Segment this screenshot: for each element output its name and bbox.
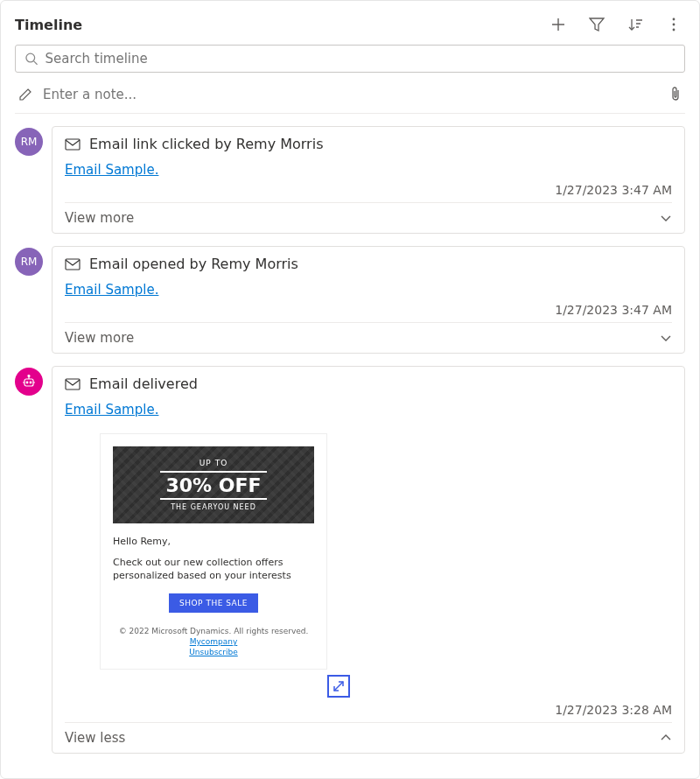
svg-point-18 <box>30 382 32 383</box>
header-actions <box>547 13 685 36</box>
avatar <box>15 368 43 396</box>
page-title: Timeline <box>15 17 82 33</box>
sort-icon <box>627 17 643 32</box>
bot-icon <box>21 374 37 390</box>
chevron-down-icon <box>660 212 672 224</box>
card-title: Email delivered <box>89 375 198 392</box>
timestamp: 1/27/2023 3:47 AM <box>65 183 672 197</box>
email-body: Check out our new collection offers pers… <box>113 556 314 583</box>
svg-line-22 <box>334 682 343 691</box>
filter-icon <box>589 17 605 32</box>
email-copyright: © 2022 Microsoft Dynamics. All rights re… <box>113 627 314 635</box>
plus-icon <box>550 17 566 32</box>
timeline-card: Email delivered Email Sample. UP TO 30% … <box>52 366 685 754</box>
svg-rect-14 <box>24 379 33 386</box>
svg-point-17 <box>26 382 28 383</box>
footer-label: View less <box>65 730 125 746</box>
svg-rect-21 <box>66 379 80 390</box>
sort-button[interactable] <box>624 13 647 36</box>
view-more-toggle[interactable]: View more <box>65 202 672 233</box>
note-row <box>15 85 685 114</box>
timestamp: 1/27/2023 3:28 AM <box>65 703 672 717</box>
banner-bot: THE GEARYOU NEED <box>120 503 307 511</box>
svg-point-16 <box>28 375 30 377</box>
more-vertical-icon <box>666 17 682 32</box>
svg-point-8 <box>673 24 676 26</box>
timeline-entries: RM Email link clicked by Remy Morris Ema… <box>15 126 685 754</box>
svg-marker-2 <box>590 18 604 31</box>
timeline-card: Email link clicked by Remy Morris Email … <box>52 126 685 234</box>
svg-point-10 <box>26 53 35 62</box>
email-sample-link[interactable]: Email Sample. <box>65 162 158 178</box>
banner-mid: 30% OFF <box>160 471 266 500</box>
timeline-entry: RM Email link clicked by Remy Morris Ema… <box>15 126 685 234</box>
more-button[interactable] <box>662 13 685 36</box>
timeline-entry: Email delivered Email Sample. UP TO 30% … <box>15 366 685 754</box>
timestamp: 1/27/2023 3:47 AM <box>65 303 672 317</box>
expand-preview-button[interactable] <box>327 675 350 698</box>
filter-button[interactable] <box>585 13 608 36</box>
svg-line-11 <box>34 61 38 65</box>
footer-label: View more <box>65 330 134 346</box>
email-icon <box>65 258 80 270</box>
email-cta-button[interactable]: SHOP THE SALE <box>169 593 258 613</box>
note-input[interactable] <box>43 87 659 102</box>
email-icon <box>65 138 80 151</box>
email-icon <box>65 378 80 390</box>
email-preview: UP TO 30% OFF THE GEARYOU NEED Hello Rem… <box>100 433 327 670</box>
avatar: RM <box>15 248 43 276</box>
email-greeting: Hello Remy, <box>113 536 314 547</box>
card-title: Email opened by Remy Morris <box>89 256 298 272</box>
email-unsubscribe-link[interactable]: Unsubscribe <box>113 648 314 656</box>
view-more-toggle[interactable]: View more <box>65 322 672 353</box>
card-title: Email link clicked by Remy Morris <box>89 136 323 152</box>
email-banner: UP TO 30% OFF THE GEARYOU NEED <box>113 446 314 523</box>
attachment-icon[interactable] <box>669 87 682 102</box>
chevron-down-icon <box>660 332 672 344</box>
pencil-icon <box>18 88 32 102</box>
avatar: RM <box>15 128 43 156</box>
search-input[interactable] <box>46 51 676 67</box>
email-sample-link[interactable]: Email Sample. <box>65 282 158 298</box>
svg-point-9 <box>673 29 676 32</box>
svg-point-7 <box>673 18 676 21</box>
footer-label: View more <box>65 210 134 226</box>
email-company-link[interactable]: Mycompany <box>113 637 314 646</box>
search-icon <box>24 52 38 66</box>
expand-icon <box>332 679 346 693</box>
search-box[interactable] <box>15 45 685 73</box>
timeline-card: Email opened by Remy Morris Email Sample… <box>52 246 685 354</box>
chevron-up-icon <box>660 732 672 744</box>
view-less-toggle[interactable]: View less <box>65 722 672 753</box>
timeline-entry: RM Email opened by Remy Morris Email Sam… <box>15 246 685 354</box>
svg-rect-12 <box>66 139 80 150</box>
svg-rect-13 <box>66 259 80 270</box>
email-sample-link[interactable]: Email Sample. <box>65 402 158 418</box>
add-button[interactable] <box>547 13 570 36</box>
banner-top: UP TO <box>120 459 307 467</box>
